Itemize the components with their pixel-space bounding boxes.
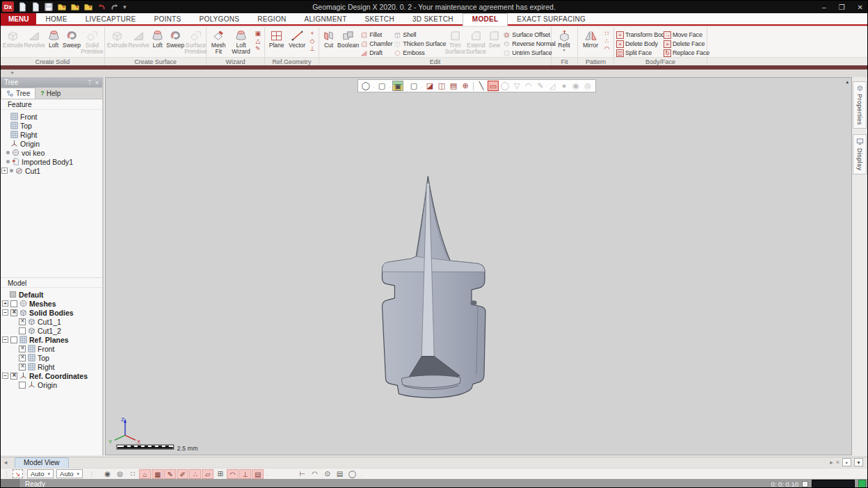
show-sketches-icon[interactable]: ✎ [164, 469, 176, 479]
line-select-icon[interactable]: ╲ [476, 81, 487, 91]
show-3d-sketches-icon[interactable]: ✐ [177, 469, 188, 479]
dropdown-dot-icon[interactable]: . [372, 84, 376, 88]
model-item-ref-planes[interactable]: −Ref. Planes [1, 335, 102, 344]
show-bodies-icon[interactable]: ⌂ [139, 469, 151, 479]
show-ref-vectors-icon[interactable]: ◠ [227, 469, 239, 479]
visibility-checkbox[interactable] [10, 373, 17, 380]
tab-display[interactable]: Display [853, 134, 867, 174]
visibility-checkbox[interactable] [19, 318, 26, 325]
model-item-top[interactable]: Top [1, 353, 102, 362]
tree-item-voi-keo[interactable]: voi keo [1, 148, 102, 157]
show-region-icon[interactable]: ◎ [114, 469, 126, 479]
vector-button[interactable]: Vector [287, 28, 306, 57]
draft-button[interactable]: Draft [360, 49, 392, 57]
expand-icon[interactable]: + [1, 168, 8, 174]
visibility-checkbox[interactable] [19, 355, 26, 361]
tree-item-front[interactable]: Front [1, 112, 102, 121]
show-ref-polylines-icon[interactable]: ⊞ [214, 469, 226, 479]
tab-scroll-left-icon[interactable]: ◂ [1, 457, 10, 468]
selection-mode-dropdown[interactable]: Auto▾ [27, 469, 54, 478]
menu-button[interactable]: MENU [1, 13, 36, 24]
show-surfaces-icon[interactable]: ▦ [152, 469, 163, 479]
mirror-button[interactable]: Mirror [580, 28, 601, 57]
ref-polygon-icon[interactable]: ◇ [310, 38, 314, 44]
body-display-icon[interactable]: ▢ [376, 81, 387, 91]
delete-body-button[interactable]: ×Delete Body [616, 40, 662, 48]
open-folder-icon[interactable] [57, 2, 67, 12]
collapse-icon[interactable]: − [2, 336, 8, 343]
section-plane-icon[interactable]: ◫ [436, 81, 447, 91]
move-face-button[interactable]: →Move Face [664, 31, 705, 39]
model-item-front[interactable]: Front [1, 344, 102, 353]
dropdown-dot-icon[interactable]: . [361, 471, 362, 476]
visibility-checkbox[interactable] [10, 309, 17, 316]
circular-pattern-icon[interactable]: ∴ [605, 38, 609, 44]
close-button[interactable]: ✕ [858, 3, 863, 11]
show-ref-coordinates-icon[interactable]: ⊥ [239, 469, 251, 479]
measure-point-icon[interactable]: ⊙ [321, 469, 333, 479]
tree-item-right[interactable]: Right [1, 130, 102, 139]
mesh-fit-button[interactable]: Mesh Fit [209, 28, 228, 57]
measure-radius-icon[interactable]: ◠ [309, 469, 321, 479]
fillet-button[interactable]: Fillet [360, 31, 392, 39]
view-mode-icon[interactable]: ▢ [408, 81, 419, 91]
tree-item-cut1[interactable]: +Cut1 [1, 166, 102, 175]
undo-icon[interactable] [97, 2, 106, 12]
model-item-origin[interactable]: Origin [1, 380, 102, 389]
selection-filter-icon[interactable]: ↘ [13, 469, 23, 478]
shell-button[interactable]: Shell [394, 31, 444, 39]
surface-loft-button[interactable]: Loft [150, 28, 165, 57]
model-cut1[interactable] [383, 176, 485, 398]
chamfer-button[interactable]: Chamfer [360, 40, 392, 48]
collapse-icon[interactable]: − [2, 309, 8, 316]
tab-3d-sketch[interactable]: 3D SKETCH [403, 13, 463, 24]
solid-loft-button[interactable]: Loft [46, 28, 61, 57]
mesh-display-icon[interactable]: ◯ [360, 81, 371, 91]
minimize-button[interactable]: – [822, 3, 826, 11]
3d-viewport-canvas[interactable]: Z X Y 2.5 mm [106, 78, 851, 455]
collapse-icon[interactable]: − [2, 373, 8, 379]
tab-region[interactable]: REGION [248, 13, 295, 24]
import-file-icon[interactable] [31, 2, 40, 12]
tree-item-origin[interactable]: Origin [1, 139, 102, 148]
linear-pattern-icon[interactable]: ∷ [605, 31, 609, 37]
deviation-display-icon[interactable]: ▣ [392, 81, 403, 91]
import-folder-icon[interactable] [70, 2, 80, 12]
export-folder-icon[interactable] [83, 2, 93, 12]
measure-section-icon[interactable]: ▤ [334, 469, 346, 479]
measure-icon[interactable]: ⊕ [460, 81, 471, 91]
snap-mode-dropdown[interactable]: Auto▾ [56, 469, 83, 478]
visibility-checkbox[interactable] [10, 300, 17, 307]
visibility-checkbox[interactable] [19, 382, 26, 389]
tree-item-top[interactable]: Top [1, 121, 102, 130]
visibility-checkbox[interactable] [19, 345, 26, 352]
app-logo[interactable]: Dx [2, 1, 14, 12]
split-face-button[interactable]: ◫Split Face [616, 49, 662, 57]
curve-pattern-icon[interactable]: ◠ [604, 46, 610, 52]
toolbar-grip-icon[interactable]: ⋮ [3, 471, 10, 478]
expand-icon[interactable]: + [2, 300, 8, 307]
viewport-corner-icon[interactable]: ▴ [846, 79, 849, 85]
measure-distance-icon[interactable]: ⊢ [296, 469, 308, 479]
show-ref-planes-icon[interactable]: ▱ [202, 469, 214, 479]
dropdown-dot-icon[interactable]: . [266, 471, 268, 476]
save-icon[interactable] [44, 2, 54, 12]
pin-icon[interactable]: ⊤ [87, 79, 93, 86]
tab-tree[interactable]: Tree [1, 88, 35, 99]
maximize-button[interactable]: ❐ [839, 3, 845, 11]
model-item-default[interactable]: Default [1, 290, 102, 299]
rectangle-select-icon[interactable]: ▭ [488, 81, 499, 91]
boolean-button[interactable]: Boolean [337, 28, 359, 57]
tab-livecapture[interactable]: LIVECAPTURE [77, 13, 145, 24]
redo-icon[interactable] [110, 2, 120, 12]
visibility-checkbox[interactable] [19, 327, 26, 334]
tree-item-imported-body1[interactable]: Imported Body1 [1, 157, 102, 166]
section-view-icon[interactable]: ◪ [424, 81, 435, 91]
tab-model[interactable]: MODEL [463, 13, 508, 26]
tab-polygons[interactable]: POLYGONS [190, 13, 248, 24]
transform-body-button[interactable]: +Transform Body [616, 31, 662, 39]
toolbar-options-icon[interactable]: ▾ [123, 3, 127, 10]
model-item-right[interactable]: Right [1, 362, 102, 371]
tab-properties[interactable]: Properties [853, 81, 867, 129]
dropdown-dot-icon[interactable]: . [420, 84, 424, 88]
